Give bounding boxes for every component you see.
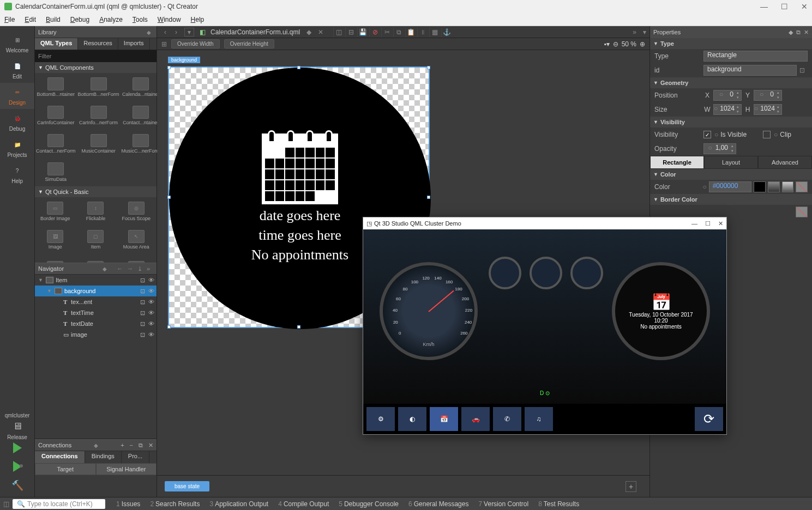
mode-projects[interactable]: 📁 Projects bbox=[0, 135, 34, 161]
component-item[interactable]: BottomB...nerForm bbox=[77, 73, 121, 101]
section-qt-quick-basic[interactable]: ▼Qt Quick - Basic bbox=[35, 186, 157, 197]
color-swatch[interactable] bbox=[754, 181, 766, 192]
tab-properties[interactable]: Pro... bbox=[122, 451, 149, 463]
tab-advanced[interactable]: Advanced bbox=[758, 156, 812, 169]
output-pane-tab[interactable]: 8Test Results bbox=[538, 500, 579, 508]
dropdown-icon[interactable]: ◆ bbox=[92, 442, 100, 448]
minimize-icon[interactable]: — bbox=[691, 220, 697, 227]
export-icon[interactable]: ⊡ bbox=[140, 331, 145, 338]
build-button[interactable]: 🔨 bbox=[11, 479, 23, 491]
settings-car-button[interactable]: ⚙ bbox=[366, 407, 395, 431]
output-pane-tab[interactable]: 7Version Control bbox=[478, 500, 528, 508]
menu-window[interactable]: Window bbox=[158, 16, 181, 23]
export-icon[interactable]: ⊡ bbox=[140, 320, 145, 327]
nav-item[interactable]: ▭image⊡👁 bbox=[35, 329, 157, 340]
maximize-icon[interactable]: ☐ bbox=[781, 2, 788, 11]
visibility-icon[interactable]: 👁 bbox=[148, 309, 154, 317]
dropdown-icon[interactable]: ◆ bbox=[789, 29, 793, 36]
border-none-swatch[interactable] bbox=[796, 207, 808, 217]
visible-checkbox[interactable]: ✓ bbox=[703, 131, 711, 138]
basic-item[interactable]: ▭Border Image bbox=[35, 197, 75, 226]
opacity-input[interactable]: ○1,00▴▾ bbox=[703, 143, 736, 154]
menu-file[interactable]: File bbox=[4, 16, 15, 23]
split-h-icon[interactable]: ◫ bbox=[333, 27, 344, 37]
nav-item[interactable]: Ttex...ent⊡👁 bbox=[35, 296, 157, 307]
add-icon[interactable]: + bbox=[121, 442, 124, 449]
close-file-icon[interactable]: ✕ bbox=[318, 28, 323, 36]
calendar-button[interactable]: 📅 bbox=[430, 407, 458, 431]
more-icon[interactable]: » bbox=[633, 28, 636, 36]
file-dropdown-icon[interactable]: ▾ bbox=[184, 28, 194, 37]
run-debug-button[interactable] bbox=[13, 461, 22, 472]
component-item[interactable]: Calenda...ntainer bbox=[121, 73, 162, 101]
zoom-mode-icon[interactable]: ▪▾ bbox=[604, 40, 609, 48]
remove-icon[interactable]: − bbox=[130, 442, 133, 449]
signal-handler-column[interactable]: Signal Handler bbox=[96, 463, 157, 475]
nav-item[interactable]: ▼background⊡👁 bbox=[35, 286, 157, 296]
override-width-chip[interactable]: Override Width bbox=[171, 39, 220, 48]
music-button[interactable]: ♫ bbox=[525, 407, 553, 431]
target-column[interactable]: Target bbox=[35, 463, 96, 475]
close-icon[interactable]: ✕ bbox=[801, 2, 808, 11]
tab-rectangle[interactable]: Rectangle bbox=[650, 156, 704, 169]
component-item[interactable]: SimuData bbox=[35, 158, 77, 186]
zoom-dec-icon[interactable]: ⊖ bbox=[613, 40, 618, 48]
width-input[interactable]: ○1024▴▾ bbox=[713, 104, 742, 115]
export-icon[interactable]: ⊡ bbox=[140, 309, 145, 317]
x-input[interactable]: ○0▴▾ bbox=[713, 90, 742, 101]
export-icon[interactable]: ⊡ bbox=[140, 299, 145, 306]
gradient2-swatch[interactable] bbox=[782, 181, 794, 192]
maximize-icon[interactable]: ☐ bbox=[705, 220, 711, 227]
menu-tools[interactable]: Tools bbox=[133, 16, 148, 23]
mode-help[interactable]: ? Help bbox=[0, 161, 34, 187]
menu-edit[interactable]: Edit bbox=[25, 16, 36, 23]
tab-layout[interactable]: Layout bbox=[704, 156, 758, 169]
nav-fwd-icon[interactable]: → bbox=[127, 265, 133, 272]
tab-resources[interactable]: Resources bbox=[78, 38, 118, 50]
detach-icon[interactable]: ⧉ bbox=[796, 29, 801, 36]
type-input[interactable]: Rectangle bbox=[703, 51, 808, 62]
nav-down-icon[interactable]: ⤓ bbox=[137, 265, 142, 272]
dropdown-icon[interactable]: ◆ bbox=[145, 29, 153, 35]
basic-item[interactable]: ↖Mouse Area bbox=[116, 226, 157, 254]
close-panel-icon[interactable]: ✕ bbox=[804, 29, 809, 36]
nav-item[interactable]: TtextTime⊡👁 bbox=[35, 307, 157, 318]
tab-imports[interactable]: Imports bbox=[118, 38, 150, 50]
mode-debug[interactable]: 🐞 Debug bbox=[0, 109, 34, 135]
output-pane-tab[interactable]: 6General Messages bbox=[408, 500, 468, 508]
visibility-icon[interactable]: 👁 bbox=[148, 288, 154, 295]
component-item[interactable]: Contact...ntainer bbox=[121, 101, 162, 130]
output-pane-tab[interactable]: 5Debugger Console bbox=[339, 500, 399, 508]
align-icon[interactable]: ⫴ bbox=[417, 27, 428, 37]
tab-qml-types[interactable]: QML Types bbox=[35, 38, 78, 50]
y-input[interactable]: ○0▴▾ bbox=[754, 90, 782, 101]
visibility-icon[interactable]: 👁 bbox=[148, 299, 154, 306]
output-pane-tab[interactable]: 2Search Results bbox=[150, 500, 200, 508]
nav-fwd-icon[interactable]: › bbox=[171, 28, 181, 37]
cut-icon[interactable]: ✂ bbox=[381, 27, 392, 37]
component-item[interactable]: MusicContainer bbox=[77, 130, 121, 158]
visibility-icon[interactable]: 👁 bbox=[148, 331, 154, 338]
monitor-icon[interactable]: 🖥 bbox=[0, 421, 35, 432]
basic-item[interactable]: ▢Item bbox=[75, 226, 116, 254]
output-pane-tab[interactable]: 3Application Output bbox=[209, 500, 268, 508]
locator-input[interactable]: 🔍 Type to locate (Ctrl+K) bbox=[13, 499, 105, 509]
paste-icon[interactable]: 📋 bbox=[405, 27, 416, 37]
dropdown-icon[interactable]: ◆ bbox=[100, 266, 109, 272]
add-state-button[interactable]: + bbox=[625, 481, 636, 492]
split-v-icon[interactable]: ⊟ bbox=[345, 27, 356, 37]
clip-checkbox[interactable] bbox=[763, 131, 771, 138]
component-item[interactable]: Contact...nerForm bbox=[35, 130, 77, 158]
visibility-icon[interactable]: 👁 bbox=[148, 277, 154, 284]
layout-icon[interactable]: ▦ bbox=[429, 27, 440, 37]
nav-back-icon[interactable]: ← bbox=[117, 265, 123, 272]
tab-bindings[interactable]: Bindings bbox=[85, 451, 122, 463]
cancel-icon[interactable]: ⊘ bbox=[369, 27, 380, 37]
menu-analyze[interactable]: Analyze bbox=[99, 16, 123, 23]
export-icon[interactable]: ⊡ bbox=[140, 288, 145, 295]
height-input[interactable]: ○1024▴▾ bbox=[754, 104, 782, 115]
nav-item[interactable]: TtextDate⊡👁 bbox=[35, 318, 157, 329]
component-item[interactable]: CarInfoContainer bbox=[35, 101, 77, 130]
export-icon[interactable]: ⊡ bbox=[797, 66, 808, 74]
car-info-button[interactable]: 🚗 bbox=[461, 407, 490, 431]
